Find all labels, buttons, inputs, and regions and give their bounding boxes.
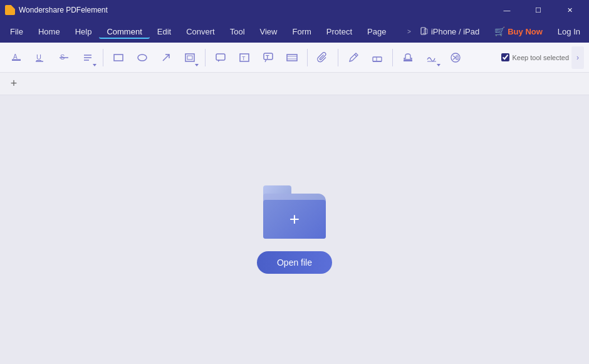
mobile-icon bbox=[420, 27, 429, 36]
pencil-tool[interactable] bbox=[342, 46, 365, 69]
cart-icon: 🛒 bbox=[494, 26, 505, 36]
text-format-icon bbox=[82, 52, 93, 63]
stamp-tool[interactable] bbox=[397, 46, 419, 69]
svg-text:A: A bbox=[13, 53, 18, 60]
text-callout-icon: T bbox=[263, 52, 274, 63]
separator-4 bbox=[338, 49, 338, 66]
iphone-ipad-label: iPhone / iPad bbox=[431, 27, 479, 36]
eraser-tool[interactable] bbox=[366, 46, 388, 69]
svg-rect-25 bbox=[287, 55, 297, 61]
signature-tool[interactable] bbox=[420, 46, 443, 69]
redact-tool[interactable] bbox=[444, 46, 467, 69]
menu-home[interactable]: Home bbox=[31, 24, 68, 39]
strikethrough-icon: S bbox=[58, 52, 70, 63]
menu-help[interactable]: Help bbox=[68, 24, 100, 39]
ellipse-tool[interactable] bbox=[131, 46, 154, 69]
open-file-button[interactable]: Open file bbox=[257, 251, 332, 274]
underline-icon: U bbox=[34, 52, 46, 63]
menu-right: > iPhone / iPad 🛒 Buy Now Log In bbox=[407, 24, 586, 39]
rectangle-icon bbox=[113, 52, 124, 63]
svg-text:T: T bbox=[266, 54, 269, 60]
rectangle-tool[interactable] bbox=[107, 46, 130, 69]
svg-marker-19 bbox=[218, 60, 220, 62]
folder-icon: + bbox=[263, 185, 326, 239]
menu-file[interactable]: File bbox=[3, 24, 31, 39]
separator-1 bbox=[103, 49, 103, 66]
maximize-button[interactable]: ☐ bbox=[524, 0, 553, 20]
svg-text:U: U bbox=[36, 53, 41, 61]
log-in-button[interactable]: Log In bbox=[551, 24, 586, 39]
toolbar-expand-button[interactable]: › bbox=[571, 46, 584, 69]
svg-rect-30 bbox=[373, 57, 382, 61]
attach-icon bbox=[317, 52, 328, 63]
comment-box-tool[interactable] bbox=[209, 46, 232, 69]
svg-text:T: T bbox=[242, 55, 246, 61]
separator-2 bbox=[205, 49, 206, 66]
menu-page[interactable]: Page bbox=[360, 24, 394, 39]
ellipse-icon bbox=[137, 52, 148, 63]
tab-bar: + bbox=[0, 73, 589, 95]
menu-tool[interactable]: Tool bbox=[222, 24, 253, 39]
svg-rect-36 bbox=[456, 56, 458, 60]
keep-tool-label: Keep tool selected bbox=[512, 54, 569, 61]
text-box-tool[interactable]: T bbox=[233, 46, 256, 69]
pencil-icon bbox=[348, 52, 359, 63]
folder-plus-icon: + bbox=[289, 211, 300, 228]
highlight-tool[interactable]: A bbox=[5, 46, 28, 69]
keep-tool-section: Keep tool selected bbox=[501, 53, 569, 61]
toolbar: A U S bbox=[0, 43, 589, 73]
arrow-tool[interactable] bbox=[155, 46, 177, 69]
svg-point-1 bbox=[423, 33, 424, 34]
main-content: + Open file bbox=[0, 95, 589, 364]
minimize-button[interactable]: — bbox=[493, 0, 521, 20]
eraser-icon bbox=[372, 52, 383, 63]
separator-3 bbox=[307, 49, 308, 66]
menu-bar: File Home Help Comment Edit Convert Tool… bbox=[0, 20, 589, 43]
area-icon bbox=[184, 52, 195, 63]
menu-view[interactable]: View bbox=[253, 24, 285, 39]
menu-form[interactable]: Form bbox=[285, 24, 319, 39]
menu-protect[interactable]: Protect bbox=[319, 24, 360, 39]
svg-rect-13 bbox=[114, 55, 123, 61]
app-title: Wondershare PDFelement bbox=[19, 6, 493, 14]
close-button[interactable]: ✕ bbox=[555, 0, 584, 20]
svg-rect-18 bbox=[216, 54, 225, 60]
svg-text:S: S bbox=[60, 53, 65, 61]
comment-box-icon bbox=[215, 52, 226, 63]
menu-edit[interactable]: Edit bbox=[150, 24, 179, 39]
area-tool[interactable] bbox=[179, 46, 201, 69]
svg-rect-17 bbox=[187, 56, 192, 60]
text-box-icon: T bbox=[239, 52, 250, 63]
menu-convert[interactable]: Convert bbox=[179, 24, 222, 39]
svg-rect-16 bbox=[185, 54, 194, 61]
buy-now-label: Buy Now bbox=[508, 27, 543, 36]
title-bar: Wondershare PDFelement — ☐ ✕ bbox=[0, 0, 589, 20]
buy-now-button[interactable]: 🛒 Buy Now bbox=[488, 24, 549, 39]
folder-front: + bbox=[263, 200, 326, 239]
separator-5 bbox=[392, 49, 393, 66]
stamp-icon bbox=[402, 52, 414, 63]
strikethrough-tool[interactable]: S bbox=[53, 46, 75, 69]
text-field-tool[interactable] bbox=[281, 46, 303, 69]
add-tab-button[interactable]: + bbox=[5, 75, 23, 93]
iphone-ipad-button[interactable]: iPhone / iPad bbox=[414, 24, 486, 39]
underline-tool[interactable]: U bbox=[29, 46, 51, 69]
arrow-icon bbox=[160, 52, 172, 63]
svg-line-28 bbox=[355, 55, 357, 56]
keep-tool-checkbox[interactable] bbox=[501, 53, 509, 61]
redact-icon bbox=[450, 52, 461, 63]
attach-tool[interactable] bbox=[311, 46, 334, 69]
signature-icon bbox=[426, 52, 437, 63]
text-field-icon bbox=[286, 52, 298, 63]
svg-point-14 bbox=[138, 55, 147, 61]
svg-line-15 bbox=[163, 55, 169, 61]
app-icon bbox=[5, 5, 15, 15]
highlight-icon: A bbox=[11, 52, 22, 63]
text-callout-tool[interactable]: T bbox=[257, 46, 279, 69]
text-format-tool[interactable] bbox=[76, 46, 99, 69]
more-icon[interactable]: > bbox=[407, 28, 411, 35]
window-controls: — ☐ ✕ bbox=[493, 0, 584, 20]
menu-comment[interactable]: Comment bbox=[99, 24, 149, 39]
